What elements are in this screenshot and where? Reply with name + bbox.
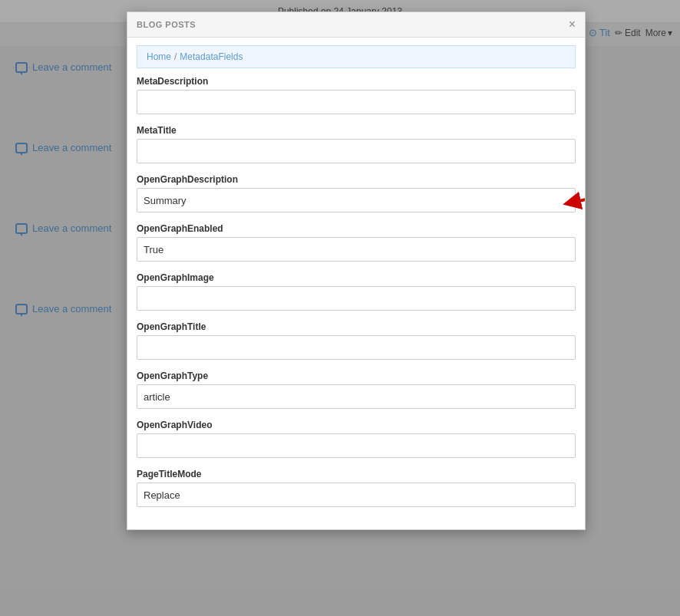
field-label: OpenGraphDescription [137,174,576,185]
input-wrapper [137,188,576,212]
input-wrapper [137,286,576,311]
red-arrow-icon [560,189,585,212]
field-label: OpenGraphTitle [137,321,576,332]
input-wrapper [137,384,576,409]
field-label: OpenGraphImage [137,272,576,283]
field-input-opengraphdescription[interactable] [137,188,576,212]
field-label: OpenGraphType [137,371,576,381]
modal-body: MetaDescriptionMetaTitleOpenGraphDescrip… [127,76,585,529]
input-wrapper [137,90,576,114]
field-input-opengraphenabled[interactable] [137,237,576,262]
close-button[interactable]: × [569,18,576,31]
field-input-metadescription[interactable] [137,90,576,114]
input-wrapper [137,237,576,262]
field-input-opengraphtype[interactable] [137,384,576,409]
breadcrumb: Home / MetadataFields [137,45,576,68]
field-group: OpenGraphDescription [137,174,576,212]
field-group: OpenGraphVideo [137,420,576,458]
breadcrumb-home[interactable]: Home [147,51,171,62]
field-group: PageTitleMode [137,469,576,507]
modal-title: BLOG POSTS [137,20,196,29]
modal-dialog: BLOG POSTS × Home / MetadataFields MetaD… [127,12,586,530]
input-wrapper [137,433,576,458]
field-input-opengraphtitle[interactable] [137,335,576,360]
field-group: MetaDescription [137,76,576,114]
field-label: MetaTitle [137,125,576,136]
field-input-metatitle[interactable] [137,139,576,163]
input-wrapper [137,335,576,360]
breadcrumb-separator: / [174,51,177,62]
field-input-pagetitlemode[interactable] [137,483,576,507]
breadcrumb-current[interactable]: MetadataFields [180,51,243,62]
modal-overlay: BLOG POSTS × Home / MetadataFields MetaD… [0,0,680,616]
field-label: OpenGraphEnabled [137,223,576,234]
field-label: MetaDescription [137,76,576,87]
modal-header: BLOG POSTS × [127,12,585,38]
field-label: OpenGraphVideo [137,420,576,430]
field-group: OpenGraphImage [137,272,576,311]
field-group: OpenGraphType [137,371,576,409]
input-wrapper [137,139,576,163]
field-input-opengraphvideo[interactable] [137,433,576,458]
svg-line-1 [572,193,585,203]
field-group: MetaTitle [137,125,576,163]
field-group: OpenGraphTitle [137,321,576,360]
input-wrapper [137,483,576,507]
field-label: PageTitleMode [137,469,576,479]
field-group: OpenGraphEnabled [137,223,576,262]
field-input-opengraphimage[interactable] [137,286,576,311]
